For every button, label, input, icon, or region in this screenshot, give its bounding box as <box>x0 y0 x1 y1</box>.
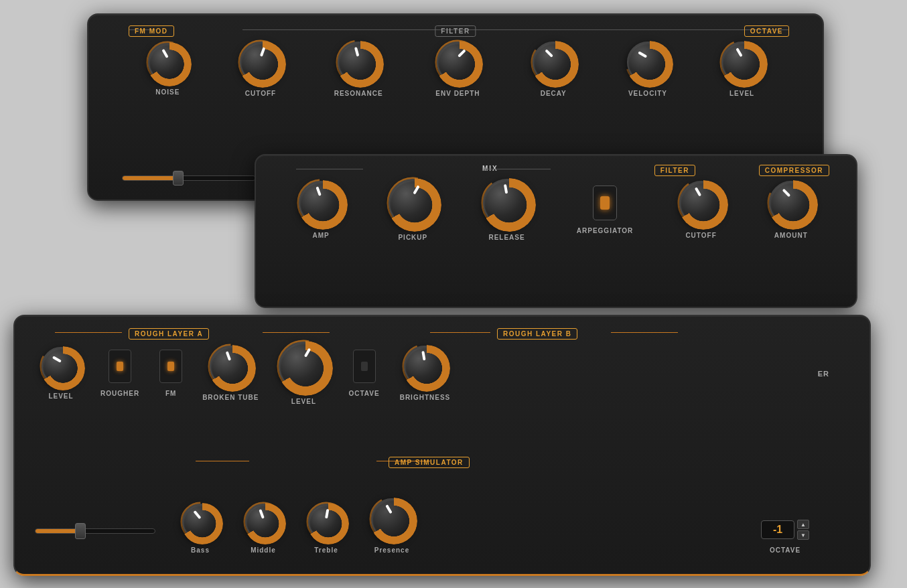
level-a-knob[interactable] <box>42 347 80 386</box>
middle-label: Middle <box>251 546 276 554</box>
presence-knob[interactable] <box>371 498 413 540</box>
amp-knob-group: AMP <box>299 181 343 239</box>
arpeggiator-toggle[interactable] <box>593 186 617 220</box>
cutoff-knob-group: CUTOFF <box>240 42 281 97</box>
octave-toggle-label: OCTAVE <box>348 390 379 397</box>
octave-display-label: OCTAVE <box>770 546 800 554</box>
pickup-label: PICKUP <box>398 234 427 241</box>
resonance-knob[interactable] <box>338 42 379 83</box>
octave-down-button[interactable]: ▼ <box>797 530 809 540</box>
top-slider[interactable] <box>122 175 256 181</box>
fm-label: FM <box>165 390 176 397</box>
amp-knob[interactable] <box>299 181 343 225</box>
noise-knob-group: NOISE <box>148 43 187 96</box>
resonance-knob-group: RESONANCE <box>334 42 383 97</box>
octave-toggle-group: OCTAVE <box>348 350 379 397</box>
fm-mod-label: FM MOD <box>129 25 174 37</box>
level-a-knob-group: LEVEL <box>42 347 80 400</box>
noise-knob[interactable] <box>148 43 187 82</box>
level-top-knob-group: LEVEL <box>721 42 763 97</box>
velocity-label: VELOCITY <box>628 90 667 97</box>
amp-sim-label: AMP SIMULATOR <box>389 457 470 468</box>
octave-top-label: OCTAVE <box>744 25 789 37</box>
level-b-label: LEVEL <box>291 398 316 405</box>
octave-up-button[interactable]: ▲ <box>797 520 809 529</box>
presence-label: Presence <box>374 546 409 554</box>
resonance-label: RESONANCE <box>334 90 383 97</box>
pickup-knob[interactable] <box>389 179 437 227</box>
brightness-knob[interactable] <box>404 346 445 387</box>
cutoff-knob[interactable] <box>240 42 281 83</box>
velocity-knob[interactable] <box>627 42 669 83</box>
filter-top-label: FILTER <box>435 25 476 37</box>
cutoff-mid-knob[interactable] <box>679 181 723 225</box>
noise-label: NOISE <box>155 88 180 96</box>
middle-knob-group: Middle <box>245 504 281 554</box>
er-partial-label: ER <box>818 370 829 378</box>
octave-display-group: -1 ▲ ▼ OCTAVE <box>761 520 809 554</box>
release-knob[interactable] <box>483 179 531 227</box>
brightness-knob-group: BRIGHTNESS <box>400 346 451 401</box>
arpeggiator-label: ARPEGGIATOR <box>577 227 634 234</box>
decay-knob-group: DECAY <box>533 42 574 97</box>
level-b-knob[interactable] <box>279 342 328 391</box>
bass-knob[interactable] <box>182 504 218 540</box>
env-depth-label: ENV DEPTH <box>435 90 480 97</box>
env-depth-knob-group: ENV DEPTH <box>435 42 480 97</box>
bottom-slider[interactable] <box>35 528 155 534</box>
arpeggiator-group: ARPEGGIATOR <box>577 186 634 234</box>
cutoff-mid-label: CUTOFF <box>685 232 716 239</box>
release-knob-group: RELEASE <box>483 179 531 241</box>
treble-label: Treble <box>314 546 338 554</box>
amp-label: AMP <box>312 232 329 239</box>
level-top-knob[interactable] <box>721 42 763 83</box>
amount-knob[interactable] <box>769 181 813 225</box>
filter-mid-label: FILTER <box>654 165 695 176</box>
decay-knob[interactable] <box>533 42 574 83</box>
fm-toggle[interactable] <box>159 350 182 383</box>
amount-label: AMOUNT <box>774 232 808 239</box>
level-b-knob-group: LEVEL <box>279 342 328 405</box>
release-label: RELEASE <box>488 234 525 241</box>
decay-label: DECAY <box>541 90 567 97</box>
brightness-label: BRIGHTNESS <box>400 394 451 401</box>
bottom-panel: ROUGH LAYER A ROUGH LAYER B LEVEL <box>13 315 871 576</box>
level-top-label: LEVEL <box>729 90 754 97</box>
broken-tube-label: BROKEN TUBE <box>202 394 259 401</box>
bass-knob-group: Bass <box>182 504 218 554</box>
cutoff-label: CUTOFF <box>245 90 276 97</box>
pickup-knob-group: PICKUP <box>389 179 437 241</box>
broken-tube-knob[interactable] <box>210 346 251 387</box>
treble-knob-group: Treble <box>308 504 344 554</box>
rough-layer-a-label: ROUGH LAYER A <box>129 328 209 340</box>
velocity-knob-group: VELOCITY <box>627 42 669 97</box>
broken-tube-knob-group: BROKEN TUBE <box>202 346 259 401</box>
env-depth-knob[interactable] <box>437 42 478 83</box>
amount-knob-group: AMOUNT <box>769 181 813 239</box>
level-a-label: LEVEL <box>48 392 73 400</box>
compressor-label: COMPRESSOR <box>759 165 829 176</box>
treble-knob[interactable] <box>308 504 344 540</box>
rougher-toggle[interactable] <box>109 350 131 383</box>
cutoff-mid-knob-group: CUTOFF <box>679 181 723 239</box>
middle-panel: MIX FILTER COMPRESSOR AMP <box>255 154 857 308</box>
middle-knob[interactable] <box>245 504 281 540</box>
presence-knob-group: Presence <box>371 498 413 554</box>
fm-group: FM <box>159 350 182 397</box>
rougher-label: ROUGHER <box>100 390 139 397</box>
bass-label: Bass <box>191 546 210 554</box>
octave-value[interactable]: -1 <box>761 520 794 539</box>
rough-layer-b-label: ROUGH LAYER B <box>497 328 577 340</box>
rougher-group: ROUGHER <box>100 350 139 397</box>
octave-toggle[interactable] <box>353 350 376 383</box>
